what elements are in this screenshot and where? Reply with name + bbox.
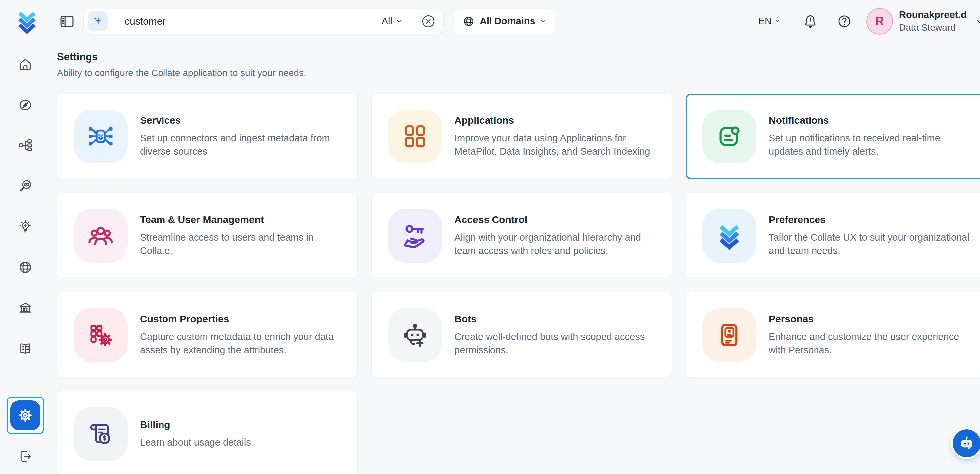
card-icon-tile	[73, 209, 127, 262]
card-text: Access Control Align with your organizat…	[454, 214, 671, 257]
card-title: Preferences	[768, 214, 977, 225]
chatbot-button[interactable]	[953, 429, 980, 457]
collate-logo-icon[interactable]	[14, 6, 40, 36]
sidebar-item-logout[interactable]	[18, 449, 33, 464]
card-icon-tile	[702, 209, 756, 262]
team-icon	[86, 221, 115, 250]
persona-card-icon	[714, 320, 744, 350]
card-text: Team & User Management Streamline access…	[140, 214, 357, 257]
sidebar-item-book[interactable]	[18, 341, 33, 356]
user-role: Data Steward	[899, 22, 967, 33]
page-subtitle: Ability to configure the Collate applica…	[57, 68, 980, 78]
card-icon-tile	[388, 308, 442, 362]
card-description: Improve your data using Applications for…	[454, 132, 663, 158]
chevron-down-icon	[774, 18, 781, 24]
settings-card-team-user-management[interactable]: Team & User Management Streamline access…	[57, 193, 358, 278]
card-icon-tile	[702, 308, 756, 362]
search-eye-icon	[18, 178, 33, 194]
card-description: Tailor the Collate UX to suit your organ…	[768, 231, 977, 257]
card-text: Notifications Set up notifications to re…	[768, 115, 980, 158]
card-title: Access Control	[454, 214, 663, 225]
active-item-tile	[10, 401, 40, 430]
card-description: Set up notifications to received real-ti…	[768, 132, 977, 158]
settings-card-billing[interactable]: Billing Learn about usage details	[57, 391, 358, 474]
settings-card-preferences[interactable]: Preferences Tailor the Collate UX to sui…	[686, 193, 980, 278]
notifications-icon	[714, 122, 744, 151]
sidebar-item-globe[interactable]	[18, 259, 33, 275]
main-content: Settings Ability to configure the Collat…	[51, 42, 980, 474]
settings-card-applications[interactable]: Applications Improve your data using App…	[371, 94, 672, 179]
chevron-down-icon	[396, 17, 403, 25]
sidebar-item-search-eye[interactable]	[18, 178, 33, 194]
card-title: Personas	[768, 313, 977, 324]
header-right-group: EN R Rounakpreet.d Data Steward	[758, 8, 980, 35]
card-title: Bots	[454, 313, 663, 324]
card-title: Custom Properties	[140, 313, 348, 324]
left-sidebar	[0, 42, 51, 474]
divider	[412, 14, 412, 28]
gear-icon	[16, 406, 34, 425]
sidebar-toggle-icon[interactable]	[59, 13, 75, 30]
settings-card-services[interactable]: Services Set up connectors and ingest me…	[57, 94, 358, 179]
sidebar-item-gear-active[interactable]	[7, 397, 44, 434]
compass-icon	[18, 97, 33, 113]
sidebar-item-bank[interactable]	[18, 300, 33, 316]
top-header: All All Domains EN R Rounakpreet.d Data …	[0, 0, 980, 42]
clear-search-icon[interactable]	[421, 14, 436, 29]
sidebar-item-lightbulb[interactable]	[18, 219, 33, 234]
settings-card-custom-properties[interactable]: Custom Properties Capture custom metadat…	[57, 292, 358, 377]
card-text: Personas Enhance and customize the user …	[768, 313, 980, 356]
card-description: Set up connectors and ingest metadata fr…	[140, 132, 348, 158]
card-description: Learn about usage details	[140, 436, 348, 449]
sidebar-bottom-group	[7, 397, 44, 464]
bot-icon	[400, 320, 430, 350]
card-title: Applications	[454, 115, 663, 126]
search-scope-dropdown[interactable]: All	[382, 16, 403, 27]
domain-filter-label: All Domains	[479, 16, 535, 27]
global-search-bar[interactable]: All	[83, 9, 444, 34]
user-menu-chevron-icon[interactable]	[975, 16, 980, 26]
card-title: Team & User Management	[140, 214, 348, 225]
card-text: Custom Properties Capture custom metadat…	[140, 313, 357, 356]
card-icon-tile	[73, 110, 127, 164]
search-input[interactable]	[124, 15, 382, 27]
card-description: Streamline access to users and teams in …	[140, 231, 348, 257]
billing-icon	[86, 419, 115, 449]
card-description: Capture custom metadata to enrich your d…	[140, 330, 348, 356]
ai-sparkle-icon[interactable]	[88, 11, 108, 31]
settings-card-notifications[interactable]: Notifications Set up notifications to re…	[686, 94, 980, 179]
avatar-initial: R	[875, 14, 884, 28]
sidebar-item-flow[interactable]	[18, 138, 33, 153]
card-text: Billing Learn about usage details	[140, 419, 357, 449]
page-title: Settings	[57, 51, 980, 63]
card-icon-tile	[388, 209, 442, 262]
chatbot-icon	[958, 434, 976, 452]
card-icon-tile	[73, 308, 127, 362]
globe-icon	[462, 15, 475, 28]
domain-filter-dropdown[interactable]: All Domains	[453, 9, 555, 33]
card-title: Billing	[140, 419, 348, 430]
collate-logo-icon	[714, 221, 744, 250]
divider	[115, 14, 115, 28]
help-icon[interactable]	[837, 14, 852, 29]
search-scope-label: All	[382, 16, 392, 27]
language-dropdown[interactable]: EN	[758, 16, 781, 27]
sidebar-item-compass[interactable]	[18, 97, 33, 113]
user-meta[interactable]: Rounakpreet.d Data Steward	[899, 9, 967, 33]
services-icon	[86, 122, 115, 151]
access-key-icon	[400, 221, 430, 250]
collate-settings-page: { "header": { "search": { "value": "cust…	[0, 0, 980, 474]
settings-card-personas[interactable]: Personas Enhance and customize the user …	[686, 292, 980, 377]
settings-card-bots[interactable]: Bots Create well-defined bots with scope…	[371, 292, 672, 377]
card-text: Services Set up connectors and ingest me…	[140, 115, 357, 158]
notifications-bell-icon[interactable]	[802, 14, 818, 29]
user-avatar[interactable]: R	[867, 8, 893, 35]
settings-card-access-control[interactable]: Access Control Align with your organizat…	[371, 193, 672, 278]
card-icon-tile	[702, 110, 756, 164]
flow-icon	[18, 138, 33, 153]
card-text: Bots Create well-defined bots with scope…	[454, 313, 671, 356]
card-icon-tile	[388, 110, 442, 164]
card-icon-tile	[73, 407, 127, 461]
apps-grid-icon	[400, 122, 430, 151]
sidebar-item-home[interactable]	[18, 57, 33, 72]
